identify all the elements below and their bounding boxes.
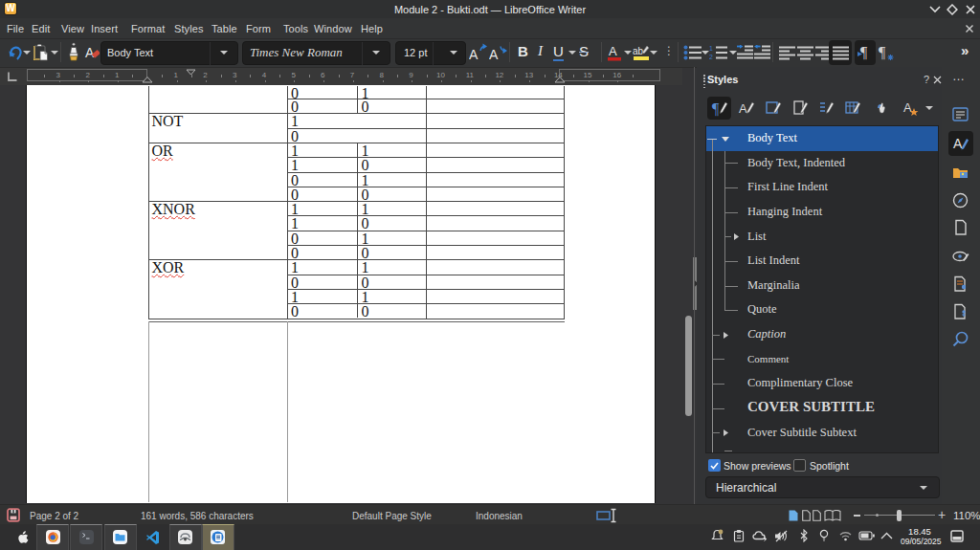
svg-text:1: 1 — [709, 45, 713, 52]
svg-text:2: 2 — [709, 54, 713, 60]
svg-text:A: A — [489, 47, 499, 62]
svg-text:ab: ab — [633, 46, 644, 56]
svg-text:A: A — [903, 100, 912, 115]
svg-text:¶: ¶ — [879, 44, 886, 60]
svg-text:¶: ¶ — [860, 44, 868, 60]
svg-text:¶: ¶ — [712, 100, 720, 117]
svg-text:A: A — [85, 45, 95, 60]
svg-text:A: A — [469, 47, 479, 62]
svg-text:A: A — [609, 44, 617, 58]
svg-text:A: A — [739, 101, 747, 116]
svg-text:A: A — [953, 136, 963, 151]
